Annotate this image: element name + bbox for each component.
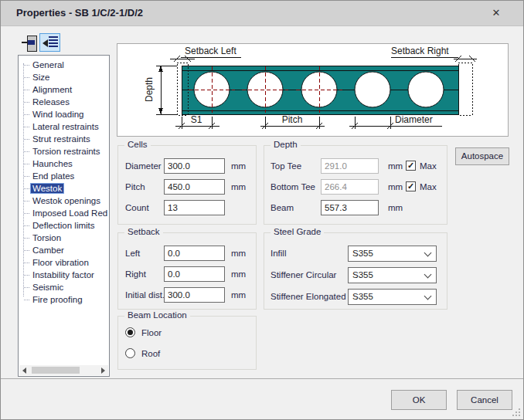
setback-left-label: Setback Left [185,46,236,56]
depth-group: Depth Top Tee mm ✓ Max Bottom Tee mm ✓ M… [264,145,447,225]
title-bar[interactable]: Properties - SB 1/C/2-1/D/2 ✕ [1,1,523,26]
setback-left-field-label: Left [125,246,140,261]
count-input[interactable] [164,200,225,215]
top-tee-label: Top Tee [271,158,301,174]
top-tee-max-label: Max [420,158,437,174]
sidebar-item-wind-loading[interactable]: Wind loading [19,108,109,120]
properties-dialog: Properties - SB 1/C/2-1/D/2 ✕ General Si… [0,0,524,420]
count-label: Count [125,200,149,215]
scroll-right-icon[interactable] [101,368,105,374]
ok-button[interactable]: OK [391,390,447,410]
scrollbar-thumb[interactable] [32,367,80,374]
sidebar-item-haunches[interactable]: Haunches [19,158,109,170]
pitch-input[interactable] [164,179,225,195]
setback-right-input[interactable] [164,266,225,282]
left-arrow-icon [43,39,48,47]
chevron-down-icon [424,271,432,279]
sidebar-item-end-plates[interactable]: End plates [19,170,109,182]
steel-grade-group-title: Steel Grade [271,227,324,236]
depth-label: Depth [144,77,155,102]
close-icon[interactable]: ✕ [485,1,508,25]
beam-diagram-svg: Depth Setback Left Setback Right [117,44,508,136]
icon-stem [22,42,27,43]
list-lines-icon [49,36,58,49]
sidebar-item-fire-proofing[interactable]: Fire proofing [19,293,109,306]
bottom-tee-label: Bottom Tee [271,179,315,195]
sidebar-item-releases[interactable]: Releases [19,96,109,108]
stiffener-circular-select[interactable]: S355 [348,267,437,283]
tree-horizontal-scrollbar[interactable] [19,365,108,375]
setback-left-unit: mm [231,246,246,261]
sidebar-item-instability-factor[interactable]: Instability factor [19,269,109,281]
diameter-label: Diameter [395,114,433,125]
bottom-tee-unit: mm [388,179,403,195]
sidebar-item-size[interactable]: Size [19,71,109,83]
westok-beam-diagram: Depth Setback Left Setback Right [117,43,509,137]
roof-radio-option[interactable]: Roof [125,347,249,360]
initial-dist-label: Initial dist. [125,287,165,303]
footer-separator [1,378,523,379]
depth-group-title: Depth [271,140,301,149]
beam-depth-unit: mm [388,200,403,215]
beam-location-group: Beam Location Floor Roof [117,316,257,370]
cells-group: Cells Diameter mm Pitch mm Count [117,145,257,225]
setback-right-label: Setback Right [391,46,449,56]
sidebar-item-camber[interactable]: Camber [19,244,109,256]
top-tee-max-checkbox[interactable]: ✓ [406,161,416,171]
properties-category-list[interactable]: General Size Alignment Releases Wind loa… [18,55,110,377]
single-element-view-icon[interactable] [22,36,38,50]
sidebar-item-lateral-restraints[interactable]: Lateral restraints [19,120,109,133]
pitch-label: Pitch [125,179,145,195]
sidebar-item-deflection-limits[interactable]: Deflection limits [19,219,109,232]
sidebar-item-imposed-load-red[interactable]: Imposed Load Red [19,207,109,219]
initial-dist-unit: mm [231,287,246,303]
sidebar-item-westok-openings[interactable]: Westok openings [19,195,109,207]
cancel-button[interactable]: Cancel [457,390,512,410]
autospace-button[interactable]: Autospace [455,147,509,165]
setback-left-ticks [170,56,195,62]
sidebar-item-general[interactable]: General [19,59,109,71]
steel-grade-group: Steel Grade Infill S355 Stiffener Circul… [264,232,447,310]
floor-radio-label: Floor [141,327,162,339]
setback-right-unit: mm [231,266,246,282]
resize-grip[interactable] [512,408,520,416]
sidebar-item-seismic[interactable]: Seismic [19,281,109,293]
sidebar-item-floor-vibration[interactable]: Floor vibration [19,256,109,269]
top-tee-unit: mm [388,158,403,174]
stiffener-elongated-select[interactable]: S355 [348,289,437,305]
floor-radio[interactable] [125,327,135,337]
bottom-tee-max-label: Max [420,179,437,195]
sidebar-item-torsion[interactable]: Torsion [19,232,109,244]
scroll-left-icon[interactable] [22,368,26,374]
s1-label: S1 [191,114,202,125]
depth-dimension [156,66,177,114]
sidebar-item-westok[interactable]: Westok [19,182,109,195]
beam-depth-input[interactable] [321,200,379,215]
infill-select[interactable]: S355 [348,246,437,262]
roof-radio-label: Roof [141,347,160,360]
diameter-label: Diameter [125,158,162,174]
setback-right-ticks [454,56,477,62]
dialog-title: Properties - SB 1/C/2-1/D/2 [16,1,143,25]
setback-right-field-label: Right [125,266,146,282]
sidebar-item-strut-restraints[interactable]: Strut restraints [19,133,109,145]
bottom-tee-input [321,179,379,195]
roof-radio[interactable] [125,348,135,358]
setback-left-input[interactable] [164,246,225,261]
floor-radio-option[interactable]: Floor [125,327,249,339]
beam-depth-label: Beam [271,200,294,215]
stiffener-elongated-label: Stiffener Elongated [271,289,346,304]
setback-right-band [458,63,472,115]
all-properties-view-icon[interactable] [39,33,60,52]
pitch-label: Pitch [282,114,303,125]
initial-dist-input[interactable] [164,287,225,303]
bottom-tee-max-checkbox[interactable]: ✓ [406,181,416,191]
sidebar-item-torsion-restraints[interactable]: Torsion restraints [19,145,109,158]
diameter-input[interactable] [164,158,225,174]
diameter-unit: mm [231,158,246,174]
setback-group: Setback Left mm Right mm Initial dist. m… [117,232,257,310]
sidebar-item-alignment[interactable]: Alignment [19,83,109,96]
beam-location-group-title: Beam Location [124,310,190,320]
cells-group-title: Cells [124,140,151,149]
top-tee-input [321,158,379,174]
